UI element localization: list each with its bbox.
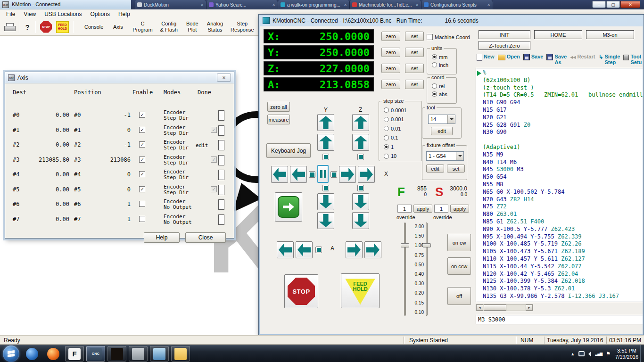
feed-hold-button[interactable]: FEED HOLD <box>341 273 380 308</box>
photo-viewer-icon[interactable] <box>150 346 169 362</box>
jog-z-plus-fast-button[interactable] <box>352 114 369 131</box>
show-desktop-button[interactable] <box>640 345 644 362</box>
restart-button[interactable]: ◀◀Restart <box>570 53 595 67</box>
cycle-start-button[interactable] <box>275 192 302 222</box>
jog-z-minus-fast-button[interactable] <box>352 212 369 229</box>
tab-close-icon[interactable]: ✕ <box>415 3 419 7</box>
menu-options[interactable]: Options <box>86 11 114 17</box>
enable-checkbox[interactable]: ✓ <box>139 112 145 118</box>
jog-z-minus-button[interactable] <box>352 193 369 210</box>
init-button[interactable]: INIT <box>479 30 530 39</box>
browser-tab[interactable]: Configurations Scripts✕ <box>421 0 493 9</box>
enable-checkbox[interactable]: ✓ <box>139 141 145 148</box>
jog-y-minus-step-button[interactable] <box>322 185 329 191</box>
browser-tab[interactable]: DuckMotion✕ <box>135 0 206 9</box>
browser-tab[interactable]: Machineable for...TidEc...✕ <box>350 0 421 9</box>
spindle-slider-handle[interactable] <box>422 243 431 247</box>
spindle-override-slider[interactable] <box>426 222 428 316</box>
jog-x-minus-fast-button[interactable] <box>271 166 288 183</box>
enable-checkbox[interactable]: ✓ <box>139 186 145 192</box>
set-button[interactable]: set <box>405 80 424 89</box>
fixture-set-button[interactable]: set <box>447 165 465 173</box>
spindle-on-ccw-button[interactable]: on ccw <box>447 257 471 275</box>
jog-x-minus-step-button[interactable] <box>309 171 315 178</box>
taskbar-clock[interactable]: 3:51 PM 7/19/2016 <box>615 348 638 360</box>
tool-icon[interactable] <box>107 346 126 362</box>
enable-checkbox[interactable]: ✓ <box>139 171 145 177</box>
open-button[interactable]: Open <box>498 53 520 67</box>
enable-checkbox[interactable]: ✓ <box>139 127 145 133</box>
tray-network-icon[interactable]: ▂▄▆ <box>595 352 602 356</box>
menu-view[interactable]: View <box>19 11 40 17</box>
enable-checkbox[interactable] <box>139 216 145 222</box>
jog-y-plus-step-button[interactable] <box>322 154 329 160</box>
zero-button[interactable]: zero <box>381 48 400 57</box>
cnc-icon[interactable]: CNC <box>86 346 105 362</box>
set-button[interactable]: set <box>405 48 424 57</box>
single-step-button[interactable]: ↳SingleStep <box>598 53 620 67</box>
mdi-command-input[interactable]: M3 S3000 <box>476 315 643 324</box>
jog-x-plus-step-button[interactable] <box>330 171 337 178</box>
spindle-apply-button[interactable]: apply <box>450 205 469 213</box>
coord-option-abs[interactable]: abs <box>432 90 454 98</box>
z-touch-zero-button[interactable]: Z-Touch Zero <box>479 41 530 50</box>
jog-z-plus-button[interactable] <box>352 134 369 151</box>
tab-close-icon[interactable]: ✕ <box>487 3 490 7</box>
step-response-button[interactable]: StepResponse <box>227 20 258 33</box>
feedhold-icon[interactable]: FEED HOLD <box>56 21 69 33</box>
menu-help[interactable]: Help <box>114 11 134 17</box>
fixture-edit-button[interactable]: edit <box>426 165 444 173</box>
jog-x-plus-fast-button[interactable] <box>358 166 375 183</box>
fixture-offset-select[interactable]: 1 - G54 <box>426 151 464 161</box>
axis-dialog-titlebar[interactable]: KM Axis ✕ <box>5 72 234 83</box>
minimize-button[interactable]: – <box>592 1 606 8</box>
browser-tab[interactable]: a walk-on programming...✕ <box>278 0 350 9</box>
machine-coord-checkbox[interactable] <box>427 34 433 40</box>
browser-tab[interactable]: Yahoo Searc...✕ <box>206 0 278 9</box>
save-button[interactable]: Save <box>523 53 544 67</box>
fusion-icon[interactable]: F <box>65 346 84 362</box>
step-size-option-1[interactable]: 1 <box>384 142 420 152</box>
zero-button[interactable]: zero <box>381 64 400 73</box>
spindle-override-input[interactable]: 1 <box>434 205 448 213</box>
scrollbar-thumb[interactable] <box>484 304 506 311</box>
close-button[interactable]: ✕ <box>620 1 640 8</box>
start-button[interactable] <box>3 346 19 362</box>
zero-button[interactable]: zero <box>381 80 400 89</box>
help-icon[interactable]: ? <box>24 23 31 31</box>
jog-x-minus-button[interactable] <box>290 166 307 183</box>
units-option-inch[interactable]: inch <box>432 61 454 69</box>
dialog-close-icon[interactable]: ✕ <box>217 74 231 82</box>
step-size-option-0.01[interactable]: 0.01 <box>384 124 420 133</box>
gcode-editor[interactable]: %(62x100x100 B)(z-touch test )(T14 D=5 C… <box>476 68 643 302</box>
jog-a-minus-fast-button[interactable] <box>277 241 294 258</box>
zero-button[interactable]: zero <box>381 32 400 41</box>
jog-y-minus-button[interactable] <box>317 193 334 210</box>
feed-slider-handle[interactable] <box>401 243 409 247</box>
step-size-option-10[interactable]: 10 <box>384 152 420 161</box>
explorer-folder-icon[interactable] <box>171 346 190 362</box>
scroll-left-icon[interactable]: ◄ <box>476 304 483 311</box>
coord-option-rel[interactable]: rel <box>432 82 454 90</box>
help-button[interactable]: Help <box>144 232 180 243</box>
feed-apply-button[interactable]: apply <box>413 205 432 213</box>
stop-button[interactable]: STOP <box>284 274 318 308</box>
step-size-option-0.001[interactable]: 0.001 <box>384 115 420 124</box>
maximize-button[interactable]: ▢ <box>606 1 620 8</box>
kmotioncnc-titlebar[interactable]: KMotionCNC - Connected - I:\62x100x100 B… <box>259 15 644 26</box>
step-size-option-0.1[interactable]: 0.1 <box>384 133 420 143</box>
jog-a-plus-button[interactable] <box>346 241 363 258</box>
new-button[interactable]: New <box>477 53 495 67</box>
home-button[interactable]: HOME <box>534 30 582 39</box>
jog-y-plus-fast-button[interactable] <box>317 114 334 131</box>
set-button[interactable]: set <box>405 32 424 41</box>
m3-on-button[interactable]: M3-on <box>586 30 634 39</box>
tab-close-icon[interactable]: ✕ <box>272 3 275 7</box>
enable-checkbox[interactable]: ✓ <box>139 156 145 163</box>
gcode-horizontal-scrollbar[interactable]: ◄ ► <box>476 304 533 311</box>
tool-setup-button[interactable]: ToolSetu <box>623 53 642 67</box>
units-option-mm[interactable]: mm <box>432 53 454 61</box>
jog-a-step-button[interactable] <box>315 247 322 253</box>
menu-usb-locations[interactable]: USB Locations <box>40 11 86 17</box>
scroll-right-icon[interactable]: ► <box>526 304 533 311</box>
